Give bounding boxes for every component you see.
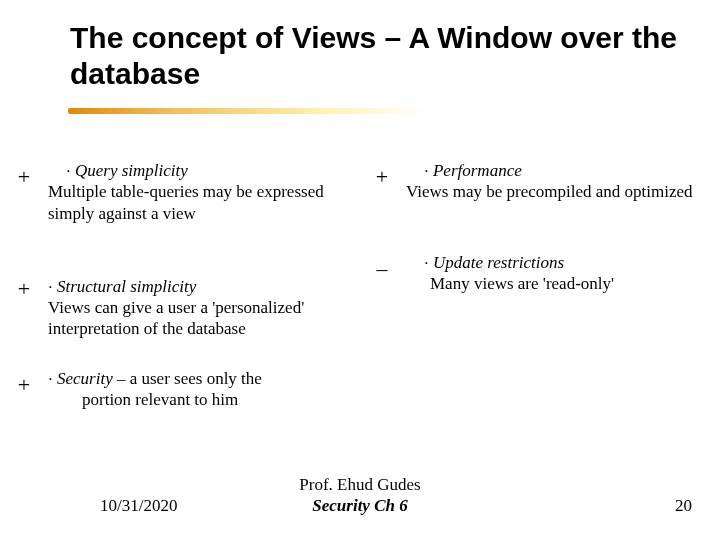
bullet-icon: ·: [66, 161, 71, 180]
row-3: + · Security – a user sees only the port…: [0, 368, 720, 411]
item-body: Multiple table-queries may be expressed …: [48, 182, 324, 222]
row-1: + · Query simplicity Multiple table-quer…: [0, 160, 720, 224]
footer-date: 10/31/2020: [100, 496, 177, 516]
item-heading: Performance: [433, 161, 522, 180]
item-body-cont: portion relevant to him: [48, 389, 238, 410]
plus-sign: +: [0, 160, 48, 224]
bullet-icon: ·: [424, 253, 429, 272]
right-item-2: · Update restrictions Many views are 're…: [406, 252, 706, 340]
content-area: + · Query simplicity Multiple table-quer…: [0, 160, 720, 410]
footer-course: Security Ch 6: [312, 496, 407, 515]
bullet-icon: ·: [48, 277, 53, 296]
slide: The concept of Views – A Window over the…: [0, 0, 720, 540]
plus-sign: +: [0, 252, 48, 340]
left-item-3: · Security – a user sees only the portio…: [48, 368, 668, 411]
row-2: + · Structural simplicity Views can give…: [0, 252, 720, 340]
bullet-icon: ·: [424, 161, 429, 180]
title-underline: [68, 108, 428, 114]
slide-title: The concept of Views – A Window over the…: [70, 20, 680, 92]
item-body-inline: – a user sees only the: [113, 369, 262, 388]
item-heading: Structural simplicity: [57, 277, 196, 296]
right-item-1: · Performance Views may be precompiled a…: [406, 160, 706, 224]
item-body: Many views are 'read-only': [406, 273, 706, 294]
item-heading: Query simplicity: [75, 161, 188, 180]
footer-author: Prof. Ehud Gudes: [299, 475, 420, 494]
item-body: Views may be precompiled and optimized: [406, 181, 706, 202]
item-heading: Update restrictions: [433, 253, 564, 272]
bullet-icon: ·: [48, 369, 53, 388]
plus-sign: +: [358, 160, 406, 224]
minus-sign: –: [358, 252, 406, 340]
plus-sign: +: [0, 368, 48, 411]
footer-page-number: 20: [675, 496, 692, 516]
item-body: Views can give a user a 'personalized' i…: [48, 298, 304, 338]
left-item-1: · Query simplicity Multiple table-querie…: [48, 160, 358, 224]
item-heading: Security: [57, 369, 113, 388]
left-item-2: · Structural simplicity Views can give a…: [48, 252, 358, 340]
